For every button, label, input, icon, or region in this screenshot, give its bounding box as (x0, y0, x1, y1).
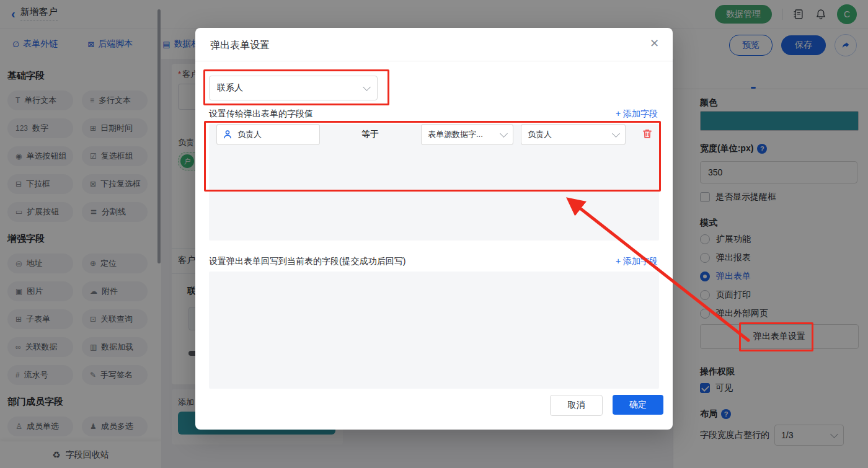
add-field-link[interactable]: + 添加字段 (616, 256, 658, 267)
close-icon[interactable]: ✕ (650, 38, 659, 49)
person-field-icon (223, 130, 232, 139)
cancel-button[interactable]: 取消 (550, 395, 603, 416)
source-field-select[interactable]: 负责人 (521, 124, 626, 145)
modal-footer: 取消 确定 (550, 395, 663, 416)
field-mapping-row: 负责人 等于 表单源数据字... 负责人 (209, 124, 659, 145)
trash-icon[interactable] (642, 128, 653, 139)
confirm-button[interactable]: 确定 (613, 395, 663, 415)
modal-title: 弹出表单设置 (210, 39, 270, 52)
pass-fields-label: 设置传给弹出表单的字段值 (209, 108, 313, 120)
modal-header: 弹出表单设置 ✕ (195, 28, 673, 61)
writeback-fields-label: 设置弹出表单回写到当前表的字段(提交成功后回写) (209, 256, 405, 267)
operator-label: 等于 (361, 129, 379, 140)
source-type-select[interactable]: 表单源数据字... (421, 124, 513, 145)
popup-form-settings-modal: 弹出表单设置 ✕ 联系人 设置传给弹出表单的字段值 + 添加字段 客户名称 等于 (195, 28, 673, 430)
target-field-name: 负责人 (237, 129, 262, 140)
pass-fields-panel: 客户名称 等于 表单源数据字... 客户名称 (209, 124, 659, 241)
chevron-down-icon (363, 83, 371, 91)
target-field-input[interactable]: 负责人 (216, 124, 320, 145)
add-field-link[interactable]: + 添加字段 (616, 108, 658, 120)
target-form-select[interactable]: 联系人 (209, 76, 378, 100)
chevron-down-icon (612, 130, 620, 138)
chevron-down-icon (500, 130, 508, 138)
writeback-fields-panel (209, 272, 659, 389)
app-window: ‹ 新增客户 数据管理 C ∅ 表单外链 ⊠ (0, 0, 868, 468)
